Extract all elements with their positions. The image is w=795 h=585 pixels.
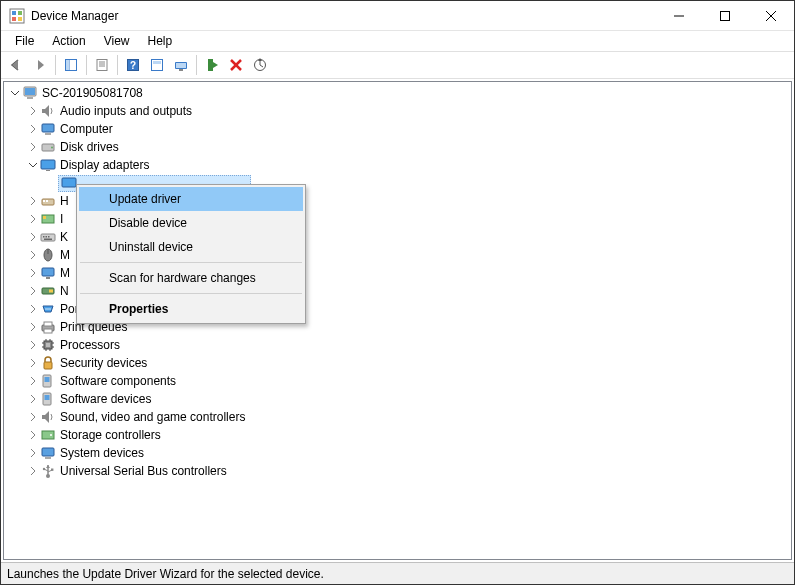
- expand-icon[interactable]: [26, 140, 40, 154]
- computer-icon: [22, 85, 38, 101]
- disk-icon: [40, 139, 56, 155]
- expand-icon[interactable]: [26, 212, 40, 226]
- tree-node-system[interactable]: System devices: [22, 444, 791, 462]
- svg-rect-12: [97, 60, 107, 71]
- ctx-disable-device[interactable]: Disable device: [79, 211, 303, 235]
- tree-node-processors[interactable]: Processors: [22, 336, 791, 354]
- usb-icon: [40, 463, 56, 479]
- tree-node-sound[interactable]: Sound, video and game controllers: [22, 408, 791, 426]
- tree-node-security[interactable]: Security devices: [22, 354, 791, 372]
- expand-icon[interactable]: [26, 320, 40, 334]
- scan-hardware-button[interactable]: [170, 54, 192, 76]
- expand-icon[interactable]: [26, 248, 40, 262]
- device-manager-window: Device Manager File Action View Help ?: [0, 0, 795, 585]
- svg-rect-36: [62, 178, 76, 187]
- network-icon: [40, 283, 56, 299]
- properties-button[interactable]: [91, 54, 113, 76]
- expand-icon[interactable]: [26, 446, 40, 460]
- update-driver-button[interactable]: [249, 54, 271, 76]
- enable-button[interactable]: [201, 54, 223, 76]
- expand-icon[interactable]: [26, 194, 40, 208]
- ctx-properties[interactable]: Properties: [79, 297, 303, 321]
- tree-node-audio[interactable]: Audio inputs and outputs: [22, 102, 791, 120]
- svg-rect-45: [48, 236, 50, 238]
- maximize-button[interactable]: [702, 1, 748, 31]
- keyboard-icon: [40, 229, 56, 245]
- svg-rect-2: [18, 11, 22, 15]
- tree-node-disk[interactable]: Disk drives: [22, 138, 791, 156]
- expand-icon[interactable]: [26, 338, 40, 352]
- svg-rect-38: [43, 200, 45, 202]
- expand-icon[interactable]: [26, 428, 40, 442]
- expand-icon[interactable]: [26, 230, 40, 244]
- svg-rect-22: [179, 69, 183, 71]
- svg-rect-49: [42, 268, 54, 276]
- svg-rect-11: [66, 60, 69, 70]
- monitor-icon: [40, 265, 56, 281]
- tree-node-storage[interactable]: Storage controllers: [22, 426, 791, 444]
- svg-text:?: ?: [130, 60, 136, 71]
- svg-rect-41: [43, 216, 46, 219]
- ide-icon: [40, 211, 56, 227]
- svg-point-81: [43, 468, 45, 470]
- ports-icon: [40, 301, 56, 317]
- software-icon: [40, 391, 56, 407]
- toolbar-separator: [55, 55, 56, 75]
- system-icon: [40, 445, 56, 461]
- expand-icon[interactable]: [26, 266, 40, 280]
- expand-icon[interactable]: [26, 284, 40, 298]
- ctx-scan-hardware[interactable]: Scan for hardware changes: [79, 266, 303, 290]
- window-controls: [656, 1, 794, 30]
- expand-icon[interactable]: [26, 122, 40, 136]
- tree-node-computer[interactable]: Computer: [22, 120, 791, 138]
- expand-icon[interactable]: [26, 374, 40, 388]
- svg-rect-52: [49, 290, 53, 293]
- svg-point-33: [51, 147, 53, 149]
- tree-node-swcomp[interactable]: Software components: [22, 372, 791, 390]
- context-menu: Update driver Disable device Uninstall d…: [76, 184, 306, 324]
- cpu-icon: [40, 337, 56, 353]
- storage-icon: [40, 427, 56, 443]
- menu-action[interactable]: Action: [44, 33, 93, 49]
- expand-icon[interactable]: [26, 392, 40, 406]
- ctx-uninstall-device[interactable]: Uninstall device: [79, 235, 303, 259]
- collapse-icon[interactable]: [26, 158, 40, 172]
- help-button[interactable]: ?: [122, 54, 144, 76]
- tree-root[interactable]: SC-201905081708: [4, 84, 791, 102]
- forward-button[interactable]: [29, 54, 51, 76]
- status-text: Launches the Update Driver Wizard for th…: [7, 567, 324, 581]
- svg-rect-23: [208, 59, 213, 71]
- menu-file[interactable]: File: [7, 33, 42, 49]
- sound-icon: [40, 409, 56, 425]
- expand-icon[interactable]: [26, 410, 40, 424]
- tree-node-swdev[interactable]: Software devices: [22, 390, 791, 408]
- ctx-separator: [80, 262, 302, 263]
- expand-icon[interactable]: [26, 302, 40, 316]
- svg-rect-43: [43, 236, 45, 238]
- svg-rect-30: [42, 124, 54, 132]
- minimize-button[interactable]: [656, 1, 702, 31]
- back-button[interactable]: [5, 54, 27, 76]
- expand-icon[interactable]: [26, 356, 40, 370]
- svg-rect-69: [44, 362, 52, 369]
- tree-node-display[interactable]: Display adapters: [22, 156, 791, 174]
- expand-icon[interactable]: [26, 464, 40, 478]
- svg-rect-50: [46, 277, 50, 279]
- toolbar-icon[interactable]: [146, 54, 168, 76]
- svg-rect-39: [46, 200, 48, 202]
- menu-help[interactable]: Help: [140, 33, 181, 49]
- ctx-update-driver[interactable]: Update driver: [79, 187, 303, 211]
- expand-icon[interactable]: [26, 104, 40, 118]
- svg-rect-77: [45, 457, 51, 459]
- svg-rect-46: [44, 239, 52, 241]
- uninstall-button[interactable]: [225, 54, 247, 76]
- menu-view[interactable]: View: [96, 33, 138, 49]
- show-hide-tree-button[interactable]: [60, 54, 82, 76]
- computer-icon: [40, 121, 56, 137]
- svg-rect-83: [51, 469, 53, 471]
- collapse-icon[interactable]: [8, 86, 22, 100]
- close-button[interactable]: [748, 1, 794, 31]
- audio-icon: [40, 103, 56, 119]
- printer-icon: [40, 319, 56, 335]
- tree-node-usb[interactable]: Universal Serial Bus controllers: [22, 462, 791, 480]
